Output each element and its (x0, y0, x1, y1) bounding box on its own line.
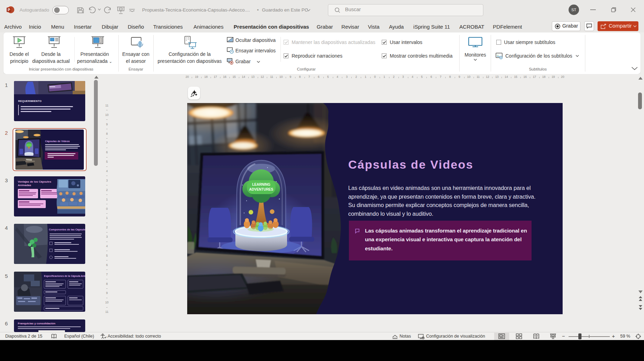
svg-text:Animadas: Animadas (18, 184, 31, 187)
svg-text:Especificaciones de la Cápsula: Especificaciones de la Cápsula Animada (44, 275, 85, 278)
svg-text:P: P (8, 8, 10, 12)
svg-text:Franquicias y consolidación: Franquicias y consolidación (18, 322, 56, 325)
svg-text:Ventajas de los Cápsules: Ventajas de los Cápsules (18, 180, 51, 183)
svg-text:Cápsulas de Videos: Cápsulas de Videos (45, 140, 70, 143)
svg-text:LEARNING: LEARNING (252, 183, 270, 186)
svg-text:ADVENTURES: ADVENTURES (249, 187, 273, 191)
svg-text:REQUERIMIENTO: REQUERIMIENTO (18, 100, 42, 103)
svg-text:Componentes de las Cápsules: Componentes de las Cápsules (49, 228, 85, 231)
